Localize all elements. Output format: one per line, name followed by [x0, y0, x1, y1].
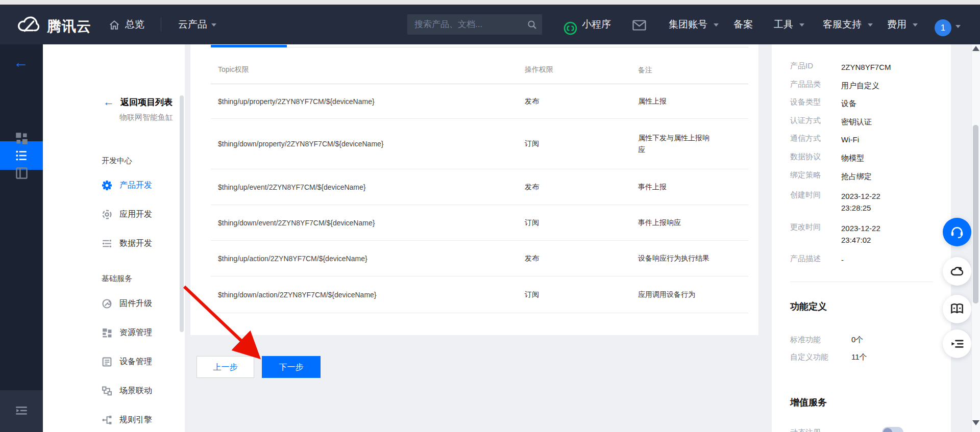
product-info-panel: 产品ID 2ZYN8YF7CM 产品品类 用户自定义 设备类型 设备 认证方式 … — [772, 44, 951, 432]
info-row: 创建时间 2023-12-22 23:28:25 — [790, 190, 898, 214]
device-list-icon — [102, 357, 112, 367]
home-icon — [109, 19, 120, 31]
chevron-down-icon — [211, 23, 216, 27]
rule-branch-icon — [102, 415, 112, 425]
rail-item-product-active[interactable] — [0, 141, 43, 170]
table-row: $thing/down/action/2ZYN8YF7CM/${deviceNa… — [211, 276, 748, 313]
tab-bar-border — [287, 47, 748, 47]
grid-icon — [15, 132, 28, 145]
nav-divider — [161, 18, 161, 31]
avatar-chevron-icon[interactable] — [955, 25, 961, 28]
active-tab-underline — [211, 45, 287, 47]
info-row: 产品ID 2ZYN8YF7CM — [790, 61, 930, 73]
icon-rail: ← — [0, 44, 43, 432]
chevron-down-icon — [714, 23, 719, 27]
resource-blocks-icon — [102, 327, 112, 338]
nav-overview[interactable]: 总览 — [125, 5, 144, 44]
back-label: 返回项目列表 — [120, 96, 173, 108]
nav-support[interactable]: 客服支持 — [823, 5, 862, 44]
gear-icon — [102, 180, 112, 191]
cloud-notice-button[interactable] — [943, 257, 971, 286]
sidebar-item-firmware-upgrade[interactable]: 固件升级 — [102, 297, 152, 310]
vas-toggle[interactable] — [882, 427, 903, 432]
customer-service-button[interactable] — [943, 218, 971, 246]
feedback-list-button[interactable] — [943, 329, 971, 358]
project-name: 物联网智能鱼缸 — [119, 113, 173, 122]
col-topic: Topic权限 — [218, 65, 514, 74]
table-header-row: Topic权限 操作权限 备注 — [211, 56, 748, 84]
sidebar-item-data-dev[interactable]: 数据开发 — [102, 237, 152, 249]
info-row: 通信方式 Wi-Fi — [790, 134, 930, 145]
headset-icon — [949, 224, 965, 240]
nav-beian[interactable]: 备案 — [733, 5, 753, 44]
tencent-cloud-logo-icon[interactable] — [15, 15, 43, 35]
top-navbar: 腾讯云 总览 云产品 小程序 — [0, 5, 980, 44]
section-basic-services: 基础服务 — [102, 274, 132, 284]
mail-icon[interactable] — [632, 20, 646, 31]
search-box[interactable] — [407, 14, 542, 35]
search-input[interactable] — [407, 19, 527, 30]
rail-item-panel[interactable] — [15, 167, 28, 180]
sidebar-item-scene-linkage[interactable]: 场景联动 — [102, 385, 152, 397]
nav-cloud-products[interactable]: 云产品 — [178, 5, 207, 44]
nav-mini-program[interactable]: 小程序 — [582, 5, 611, 44]
nav-billing[interactable]: 费用 — [887, 5, 906, 44]
sidebar-item-device-mgmt[interactable]: 设备管理 — [102, 355, 152, 368]
page-scrollbar-thumb[interactable] — [973, 125, 978, 303]
info-row: 产品品类 用户自定义 — [790, 80, 930, 91]
docs-button[interactable] — [943, 295, 971, 323]
linked-blocks-icon — [102, 386, 112, 396]
brand-name[interactable]: 腾讯云 — [47, 17, 91, 36]
sidebar-item-resource-mgmt[interactable]: 资源管理 — [102, 326, 152, 339]
rail-back-arrow-icon[interactable]: ← — [13, 55, 29, 70]
table-row: $thing/down/event/2ZYN8YF7CM/${deviceNam… — [211, 205, 748, 241]
data-streams-icon — [102, 238, 112, 249]
table-row: $thing/up/action/2ZYN8YF7CM/${deviceName… — [211, 241, 748, 276]
target-circle-icon — [102, 209, 112, 220]
nav-tools[interactable]: 工具 — [774, 5, 793, 44]
info-row: 产品描述 - — [790, 254, 930, 266]
panel-icon — [15, 167, 28, 180]
sidebar-item-rule-engine[interactable]: 规则引擎 — [102, 414, 152, 426]
table-row: $thing/up/property/2ZYN8YF7CM/${deviceNa… — [211, 84, 748, 119]
info-row: 更改时间 2023-12-22 23:47:02 — [790, 222, 898, 246]
rail-item-grid[interactable] — [15, 132, 28, 145]
panel-divider — [790, 282, 933, 282]
func-row: 自定义功能 11个 — [790, 352, 867, 362]
mini-program-icon — [564, 21, 577, 35]
info-row: 设备类型 设备 — [790, 97, 930, 109]
scrollbar-down-arrow[interactable] — [972, 420, 979, 425]
chevron-down-icon — [868, 23, 873, 27]
list-play-icon — [949, 336, 965, 351]
list-menu-icon — [15, 149, 28, 162]
nav-group-account[interactable]: 集团账号 — [669, 5, 707, 44]
func-row: 标准功能 0个 — [790, 335, 863, 345]
tencent-cloud-console: 腾讯云 总览 云产品 小程序 — [0, 0, 980, 432]
sidebar-item-app-dev[interactable]: 应用开发 — [102, 208, 152, 220]
table-row: $thing/down/property/2ZYN8YF7CM/${device… — [211, 119, 748, 169]
info-row: 绑定策略 抢占绑定 — [790, 170, 930, 182]
back-arrow-icon: ← — [103, 95, 114, 109]
value-added-services-title: 增值服务 — [790, 396, 827, 409]
collapse-sidebar-icon[interactable] — [14, 404, 29, 417]
col-remark: 备注 — [638, 64, 714, 76]
firmware-wrench-icon — [102, 298, 112, 309]
vas-row-partial: 动态注册 — [790, 428, 851, 432]
browser-top-strip — [0, 0, 980, 5]
red-annotation-arrow — [174, 275, 276, 367]
table-row: $thing/up/event/2ZYN8YF7CM/${deviceName}… — [211, 169, 748, 205]
chevron-down-icon — [799, 23, 804, 27]
cloud-bell-icon — [949, 264, 965, 279]
sidebar-item-product-dev[interactable]: 产品开发 — [102, 179, 152, 191]
section-dev-center: 开发中心 — [102, 156, 132, 166]
col-op: 操作权限 — [525, 65, 601, 74]
function-definition-title: 功能定义 — [790, 300, 827, 313]
project-sidebar: ← 返回项目列表 物联网智能鱼缸 开发中心 产品开发 — [43, 44, 185, 432]
back-to-projects[interactable]: ← 返回项目列表 — [103, 95, 173, 109]
rail-bottom-section — [0, 390, 43, 432]
scrollbar-up-arrow[interactable] — [972, 46, 979, 51]
search-icon[interactable] — [527, 20, 537, 30]
chevron-down-icon — [913, 23, 918, 27]
open-book-icon — [949, 301, 965, 317]
avatar[interactable]: 1 — [935, 19, 951, 36]
